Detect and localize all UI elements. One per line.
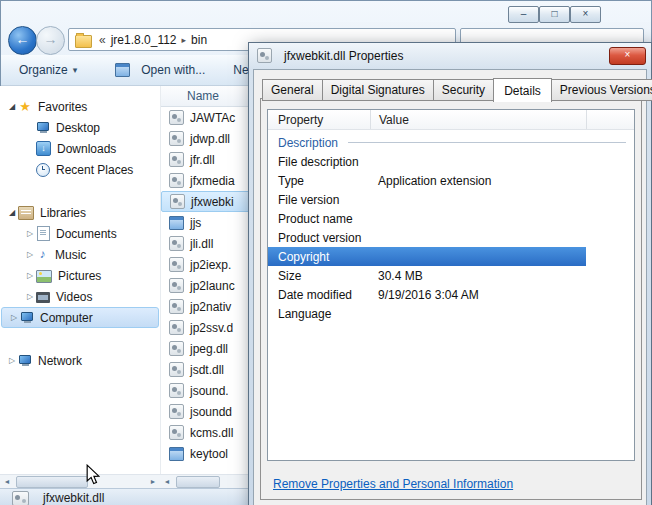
header-value-label: Value <box>379 113 409 127</box>
expander-collapsed-icon[interactable]: ▷ <box>24 229 36 238</box>
sidebar-item-pictures[interactable]: ▷ Pictures <box>0 265 160 286</box>
breadcrumb-item[interactable]: bin <box>191 33 207 47</box>
property-name: File description <box>268 155 370 169</box>
organize-button[interactable]: Organize ▾ <box>13 59 83 81</box>
property-row[interactable]: Size30.4 MB <box>268 266 634 285</box>
column-header-label: Name <box>187 89 219 103</box>
group-header: Description <box>268 133 634 152</box>
dll-file-icon <box>169 320 184 335</box>
dll-file-icon <box>169 236 184 251</box>
minimize-button[interactable]: – <box>508 6 539 23</box>
property-row[interactable]: File version <box>268 190 634 209</box>
sidebar-item-desktop[interactable]: Desktop <box>0 117 160 138</box>
dialog-titlebar[interactable]: jfxwebkit.dll Properties <box>257 48 403 63</box>
file-name: jpeg.dll <box>190 342 228 356</box>
sidebar-item-documents[interactable]: ▷ Documents <box>0 223 160 244</box>
file-name: kcms.dll <box>190 426 233 440</box>
music-icon: ♪ <box>36 248 49 261</box>
expander-collapsed-icon[interactable]: ▷ <box>8 313 20 322</box>
property-name: Product name <box>268 212 370 226</box>
breadcrumb-separator-icon[interactable]: ▸ <box>182 35 187 45</box>
mouse-cursor <box>86 464 100 485</box>
file-name: keytool <box>190 447 228 461</box>
file-name: jsdt.dll <box>190 363 224 377</box>
expander-expanded-icon[interactable]: ◢ <box>6 102 18 111</box>
clock-icon <box>36 163 50 177</box>
back-button[interactable]: ← <box>8 26 37 55</box>
sidebar-section-network[interactable]: ▷ Network <box>0 350 160 371</box>
application-icon <box>115 63 130 77</box>
header-value[interactable]: Value <box>371 110 586 129</box>
sidebar-section-label: Computer <box>40 311 93 325</box>
sidebar-item-label: Documents <box>56 227 117 241</box>
dll-file-icon <box>169 383 184 398</box>
expander-expanded-icon[interactable]: ◢ <box>6 208 18 217</box>
chevron-down-icon: ▾ <box>73 65 78 75</box>
property-name: Copyright <box>268 250 370 264</box>
selected-file-name: jfxwebkit.dll <box>43 491 104 505</box>
scrollbar-thumb[interactable] <box>176 476 220 488</box>
property-row[interactable]: Date modified9/19/2016 3:04 AM <box>268 285 634 304</box>
property-row[interactable]: File description <box>268 152 634 171</box>
details-tab-page: Property Value Description File descript… <box>260 98 642 500</box>
sidebar-item-label: Desktop <box>56 121 100 135</box>
tab-security[interactable]: Security <box>433 79 494 101</box>
scroll-left-icon[interactable]: ◄ <box>160 475 174 488</box>
scroll-right-icon[interactable]: ► <box>146 475 160 488</box>
dll-file-icon <box>12 491 29 505</box>
dll-file-icon <box>169 257 184 272</box>
organize-label: Organize <box>19 63 68 77</box>
file-name: jfr.dll <box>190 153 215 167</box>
sidebar-item-videos[interactable]: ▷ Videos <box>0 286 160 307</box>
computer-icon <box>20 311 34 324</box>
expander-collapsed-icon[interactable]: ▷ <box>24 250 36 259</box>
dll-file-icon <box>169 278 184 293</box>
sidebar-item-downloads[interactable]: ↓ Downloads <box>0 138 160 159</box>
tab-digital-signatures[interactable]: Digital Signatures <box>322 79 434 101</box>
open-with-button[interactable]: Open with... <box>109 59 211 81</box>
scroll-left-icon[interactable]: ◄ <box>0 475 14 488</box>
dll-file-icon <box>169 341 184 356</box>
sidebar-section-favorites[interactable]: ◢ ★ Favorites <box>0 96 160 117</box>
expander-collapsed-icon[interactable]: ▷ <box>24 292 36 301</box>
property-row[interactable]: TypeApplication extension <box>268 171 634 190</box>
navigation-pane: ◢ ★ Favorites Desktop ↓ Downloads Recent… <box>0 86 160 474</box>
sidebar-section-computer[interactable]: ▷ Computer <box>1 307 159 328</box>
tab-previous-versions[interactable]: Previous Versions <box>551 79 652 101</box>
file-name: JAWTAc <box>190 111 235 125</box>
sidebar-item-recent-places[interactable]: Recent Places <box>0 159 160 180</box>
new-folder-label: Ne <box>233 63 248 77</box>
property-value: 9/19/2016 3:04 AM <box>370 288 479 302</box>
property-name: Language <box>268 307 370 321</box>
file-name: jp2ssv.d <box>190 321 233 335</box>
dialog-close-button[interactable]: × <box>609 47 646 65</box>
sidebar-horizontal-scrollbar[interactable]: ◄ ► <box>0 474 160 488</box>
expander-collapsed-icon[interactable]: ▷ <box>24 271 36 280</box>
breadcrumb-item[interactable]: jre1.8.0_112 <box>111 33 177 47</box>
collapsed-crumbs-chevron[interactable]: « <box>99 33 106 47</box>
property-row[interactable]: Product version <box>268 228 634 247</box>
expander-collapsed-icon[interactable]: ▷ <box>6 356 18 365</box>
column-divider[interactable] <box>586 110 587 129</box>
property-name: Size <box>268 269 370 283</box>
remove-properties-link[interactable]: Remove Properties and Personal Informati… <box>273 477 513 491</box>
tab-general[interactable]: General <box>262 79 323 101</box>
sidebar-section-libraries[interactable]: ◢ Libraries <box>0 202 160 223</box>
forward-button[interactable]: → <box>36 26 65 55</box>
tab-details[interactable]: Details <box>493 78 552 102</box>
sidebar-item-label: Downloads <box>57 142 116 156</box>
maximize-button[interactable]: □ <box>539 6 570 23</box>
dll-file-icon <box>169 110 184 125</box>
property-row[interactable]: Product name <box>268 209 634 228</box>
desktop-icon <box>36 121 50 134</box>
close-button[interactable]: × <box>570 6 601 23</box>
sidebar-item-music[interactable]: ▷ ♪ Music <box>0 244 160 265</box>
file-name: jdwp.dll <box>190 132 230 146</box>
property-row-selected[interactable]: Copyright <box>268 247 586 266</box>
header-property[interactable]: Property <box>268 110 370 129</box>
videos-icon <box>36 292 50 303</box>
file-name: jp2iexp. <box>190 258 231 272</box>
scrollbar-thumb[interactable] <box>16 476 88 488</box>
properties-dialog: jfxwebkit.dll Properties × General Digit… <box>248 42 652 505</box>
property-row[interactable]: Language <box>268 304 634 323</box>
